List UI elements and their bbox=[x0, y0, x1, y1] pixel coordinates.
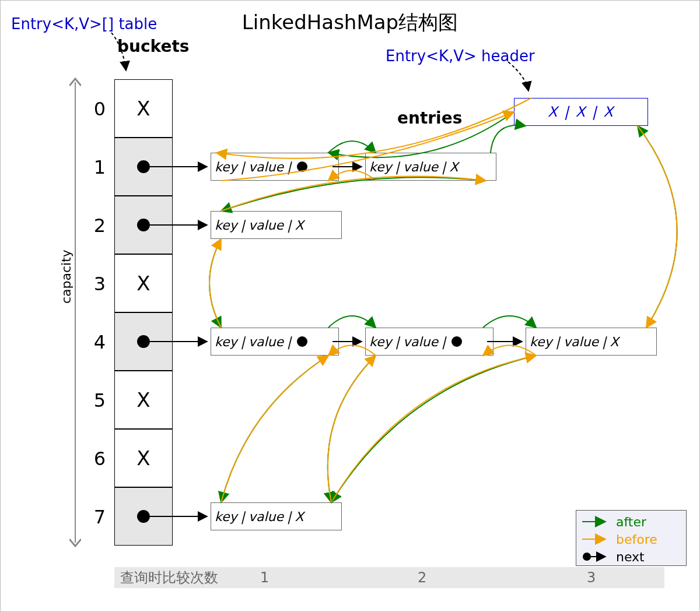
bucket-6: X bbox=[114, 429, 173, 487]
label-buckets: buckets bbox=[117, 37, 189, 56]
entry-next-x: X bbox=[291, 218, 307, 233]
label-header: Entry<K,V> header bbox=[386, 47, 535, 65]
footer-col-1: 1 bbox=[260, 569, 269, 586]
bucket-index-7: 7 bbox=[82, 506, 106, 528]
entry-e1b: key|value|X bbox=[365, 153, 496, 181]
label-table: Entry<K,V>[] table bbox=[11, 15, 157, 33]
entry-key: key bbox=[366, 160, 396, 174]
entry-e4a: key|value| bbox=[211, 328, 339, 356]
entry-next-x: X bbox=[606, 335, 622, 349]
entry-value: value bbox=[245, 160, 287, 174]
entry-e4b: key|value| bbox=[365, 328, 494, 356]
svg-point-11 bbox=[583, 553, 591, 561]
bucket-7 bbox=[114, 487, 173, 546]
footer-label: 查询时比较次数 bbox=[114, 568, 249, 587]
entry-next-dot bbox=[297, 336, 307, 347]
bucket-5: X bbox=[114, 371, 173, 429]
bucket-index-3: 3 bbox=[82, 273, 106, 295]
entry-next-dot bbox=[452, 336, 462, 347]
legend-after: after bbox=[581, 513, 681, 530]
bucket-4 bbox=[114, 312, 173, 371]
entry-value: value bbox=[245, 335, 287, 349]
entry-next-x: X bbox=[446, 160, 461, 174]
legend-next: next bbox=[581, 548, 681, 565]
bucket-0: X bbox=[114, 79, 173, 138]
label-capacity: capacity bbox=[59, 249, 74, 304]
bucket-index-2: 2 bbox=[82, 214, 106, 237]
entry-value: value bbox=[245, 509, 287, 524]
entry-key: key bbox=[211, 218, 241, 233]
entry-key: key bbox=[526, 335, 556, 349]
diagram-canvas: LinkedHashMap结构图 Entry<K,V>[] table Entr… bbox=[0, 0, 700, 612]
entry-e1a: key|value| bbox=[211, 153, 339, 181]
entry-value: value bbox=[400, 335, 442, 349]
entry-value: value bbox=[245, 218, 287, 233]
bucket-index-4: 4 bbox=[82, 331, 106, 353]
entry-key: key bbox=[366, 335, 396, 349]
entry-e7a: key|value|X bbox=[211, 502, 342, 530]
entry-key: key bbox=[211, 335, 241, 349]
bucket-x: X bbox=[115, 97, 172, 120]
bucket-x: X bbox=[115, 446, 172, 470]
entry-next-dot bbox=[297, 161, 307, 172]
bucket-x: X bbox=[115, 388, 172, 411]
bucket-dot bbox=[137, 510, 150, 523]
header-entry-text: X | X | X bbox=[548, 104, 614, 120]
entry-value: value bbox=[400, 160, 442, 174]
bucket-2 bbox=[114, 196, 173, 254]
entry-key: key bbox=[211, 160, 241, 174]
bucket-x: X bbox=[115, 272, 172, 295]
bucket-1 bbox=[114, 138, 173, 196]
legend: after before next bbox=[576, 510, 687, 566]
footer-col-2: 2 bbox=[418, 569, 426, 586]
bucket-index-0: 0 bbox=[82, 98, 106, 120]
entry-e2a: key|value|X bbox=[211, 211, 342, 239]
entry-e4c: key|value|X bbox=[526, 328, 657, 356]
bucket-index-1: 1 bbox=[82, 156, 106, 178]
label-entries: entries bbox=[397, 108, 462, 128]
bucket-index-5: 5 bbox=[82, 389, 106, 411]
bucket-index-6: 6 bbox=[82, 448, 106, 470]
entry-next-x: X bbox=[291, 509, 307, 524]
footer-bar: 查询时比较次数 1 2 3 bbox=[114, 567, 664, 588]
bucket-dot bbox=[137, 335, 150, 348]
entry-key: key bbox=[211, 509, 241, 524]
entry-value: value bbox=[560, 335, 602, 349]
header-entry: X | X | X bbox=[514, 98, 648, 126]
bucket-dot bbox=[137, 219, 150, 231]
bucket-dot bbox=[137, 160, 150, 173]
bucket-3: X bbox=[114, 254, 173, 312]
footer-col-3: 3 bbox=[587, 569, 596, 586]
legend-before: before bbox=[581, 530, 681, 548]
